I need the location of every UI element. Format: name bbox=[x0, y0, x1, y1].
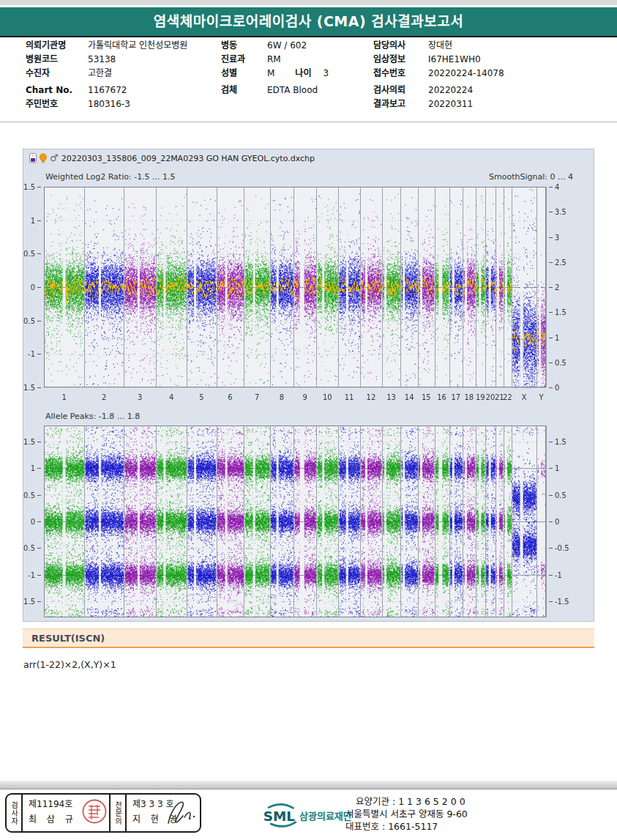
smooth-signal-caption: SmoothSignal: 0 ... 4 bbox=[489, 172, 573, 182]
log2-ratio-caption: Weighted Log2 Ratio: -1.5 ... 1.5 bbox=[45, 172, 176, 182]
cma-report-page: 염색체마이크로어레이검사 (CMA) 검사결과보고서 의뢰기관명가톨릭대학교 인… bbox=[0, 0, 617, 840]
info-row: 접수번호20220224-14078 bbox=[373, 67, 504, 81]
info-row: 의뢰기관명가톨릭대학교 인천성모병원 bbox=[26, 39, 187, 53]
info-row: 주민번호180316-3 bbox=[26, 97, 187, 111]
footer-divider bbox=[0, 781, 617, 789]
lab-address-block: 요양기관 : 1 1 3 6 5 2 0 0 서울특별시 서초구 양재동 9-6… bbox=[345, 795, 468, 833]
info-row: 검사의뢰20220224 bbox=[373, 83, 504, 97]
patient-info-column-middle: 병동6W / 602진료과RM성별M나이3검체EDTA Blood bbox=[221, 39, 329, 97]
sml-logo: SML bbox=[263, 800, 298, 833]
specialist-cell: 제3 3 3 호 지 현 영 bbox=[127, 795, 200, 831]
examiner-cell: 제11194호 최 삼 규 bbox=[23, 795, 111, 831]
section-divider bbox=[0, 122, 617, 122]
report-title-bar: 염색체마이크로어레이검사 (CMA) 검사결과보고서 bbox=[0, 7, 617, 37]
specialist-role-label: 전문의 bbox=[111, 795, 127, 831]
examiner-role-label: 검사자 bbox=[7, 795, 23, 831]
top-divider bbox=[0, 0, 617, 5]
sml-logo-icon: SML bbox=[263, 800, 298, 830]
genome-chart-panel: ♂ 20220303_135806_009_22MA0293 GO HAN GY… bbox=[23, 149, 594, 622]
pin-icon bbox=[40, 153, 47, 163]
chart-file-header: ♂ 20220303_135806_009_22MA0293 GO HAN GY… bbox=[29, 153, 315, 163]
chart-file-title: 20220303_135806_009_22MA0293 GO HAN GYEO… bbox=[61, 154, 315, 163]
handwritten-signature bbox=[164, 797, 198, 828]
allele-peaks-chart bbox=[23, 423, 594, 622]
allele-peaks-caption: Allele Peaks: -1.8 ... 1.8 bbox=[45, 412, 140, 421]
weighted-log2-ratio-chart bbox=[23, 183, 594, 404]
sml-logo-text: SML bbox=[263, 809, 296, 824]
male-symbol-icon: ♂ bbox=[50, 155, 59, 162]
iscn-result-value: arr(1-22)×2,(X,Y)×1 bbox=[23, 659, 116, 670]
info-row: 병동6W / 602 bbox=[221, 39, 329, 53]
info-row: 결과보고20220311 bbox=[373, 97, 504, 111]
red-seal-stamp bbox=[82, 799, 107, 824]
page-title: 염색체마이크로어레이검사 (CMA) 검사결과보고서 bbox=[0, 7, 617, 36]
phone-line: 대표번호 : 1661-5117 bbox=[345, 820, 468, 833]
signature-stamp-box: 검사자 제11194호 최 삼 규 전문의 제3 3 3 호 지 현 영 bbox=[5, 793, 201, 833]
organization-name: 삼광의료재단 bbox=[299, 809, 352, 822]
info-row: 수진자고한결 bbox=[26, 67, 187, 81]
info-row: 병원코드53138 bbox=[26, 53, 187, 67]
address-line: 서울특별시 서초구 양재동 9-60 bbox=[345, 808, 468, 820]
result-section-header: RESULT(ISCN) bbox=[23, 628, 594, 648]
patient-info-column-right: 담당의사장대현임상정보I67HE1WH0접수번호20220224-14078검사… bbox=[373, 39, 504, 111]
info-row: 담당의사장대현 bbox=[373, 39, 504, 53]
result-header-label: RESULT(ISCN) bbox=[31, 633, 105, 644]
info-row: 검체EDTA Blood bbox=[221, 83, 329, 97]
provider-number-line: 요양기관 : 1 1 3 6 5 2 0 0 bbox=[345, 795, 468, 808]
patient-info-column-left: 의뢰기관명가톨릭대학교 인천성모병원병원코드53138수진자고한결Chart N… bbox=[26, 39, 187, 111]
document-icon bbox=[29, 153, 37, 163]
info-row: 성별M나이3 bbox=[221, 67, 329, 81]
info-row: 임상정보I67HE1WH0 bbox=[373, 53, 504, 67]
info-row: 진료과RM bbox=[221, 53, 329, 67]
info-row: Chart No.1167672 bbox=[26, 83, 187, 97]
